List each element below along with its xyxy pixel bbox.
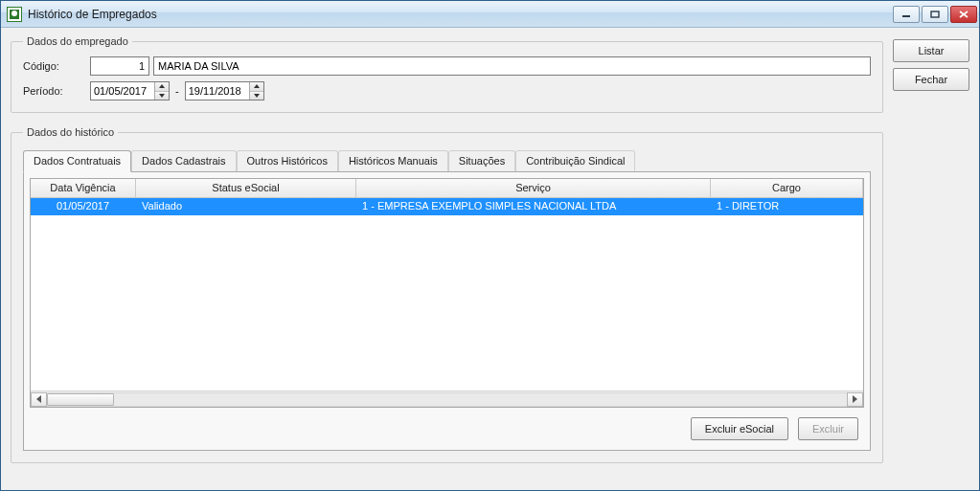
scroll-right-button[interactable] — [847, 392, 863, 407]
fechar-button[interactable]: Fechar — [893, 68, 969, 91]
table-row[interactable]: 01/05/2017 Validado 1 - EMPRESA EXEMPLO … — [31, 198, 863, 215]
periodo-separator: - — [175, 85, 179, 97]
maximize-button[interactable] — [922, 6, 948, 23]
minimize-icon — [901, 11, 911, 18]
app-icon — [7, 7, 22, 22]
tab-situacoes[interactable]: Situações — [448, 150, 515, 171]
col-header-status[interactable]: Status eSocial — [136, 179, 356, 197]
footer-buttons: Excluir eSocial Excluir — [30, 408, 864, 440]
close-icon — [959, 11, 969, 18]
chevron-up-icon — [159, 84, 165, 88]
svg-rect-1 — [931, 11, 939, 17]
scroll-thumb[interactable] — [47, 393, 114, 406]
window-frame: Histórico de Empregados Dados do emprega… — [0, 0, 980, 491]
tab-dados-cadastrais[interactable]: Dados Cadastrais — [131, 150, 236, 171]
label-periodo: Período: — [23, 85, 90, 97]
maximize-icon — [930, 11, 940, 18]
col-header-vigencia[interactable]: Data Vigência — [31, 179, 136, 197]
cell-servico: 1 - EMPRESA EXEMPLO SIMPLES NACIONAL LTD… — [356, 198, 711, 215]
col-header-servico[interactable]: Serviço — [356, 179, 711, 197]
window-title: Histórico de Empregados — [28, 8, 157, 21]
grid-header: Data Vigência Status eSocial Serviço Car… — [31, 179, 863, 198]
excluir-esocial-button[interactable]: Excluir eSocial — [691, 417, 788, 440]
listar-button[interactable]: Listar — [893, 39, 969, 62]
periodo-inicio-spin — [154, 82, 169, 100]
chevron-up-icon — [254, 84, 260, 88]
titlebar[interactable]: Histórico de Empregados — [1, 1, 979, 28]
side-column: Listar Fechar — [893, 35, 969, 480]
window-controls — [893, 6, 977, 23]
codigo-input[interactable] — [90, 56, 149, 76]
close-button[interactable] — [950, 6, 977, 23]
periodo-fim-input[interactable] — [186, 82, 249, 100]
row-codigo: Código: — [23, 56, 871, 76]
row-periodo: Período: - — [23, 81, 871, 100]
col-header-cargo[interactable]: Cargo — [711, 179, 863, 197]
grid-rows: 01/05/2017 Validado 1 - EMPRESA EXEMPLO … — [31, 198, 863, 391]
tabs-bar: Dados Contratuais Dados Cadastrais Outro… — [23, 149, 871, 172]
main-column: Dados do empregado Código: Período: — [11, 35, 883, 480]
client-area: Dados do empregado Código: Período: — [1, 28, 979, 490]
periodo-inicio-stepper[interactable] — [90, 81, 170, 100]
excluir-button: Excluir — [798, 417, 858, 440]
periodo-fim-up[interactable] — [250, 82, 263, 92]
chevron-down-icon — [159, 94, 165, 98]
periodo-fim-spin — [249, 82, 263, 100]
tab-outros-historicos[interactable]: Outros Históricos — [237, 150, 338, 171]
periodo-inicio-down[interactable] — [155, 92, 169, 100]
chevron-down-icon — [254, 94, 260, 98]
minimize-button[interactable] — [893, 6, 920, 23]
tab-historicos-manuais[interactable]: Históricos Manuais — [338, 150, 448, 171]
cell-status: Validado — [136, 198, 356, 215]
tab-dados-contratuais[interactable]: Dados Contratuais — [23, 150, 131, 172]
chevron-right-icon — [853, 395, 857, 403]
scroll-left-button[interactable] — [31, 392, 47, 407]
group-dados-empregado: Dados do empregado Código: Período: — [11, 35, 883, 113]
periodo-inicio-input[interactable] — [91, 82, 154, 100]
group-dados-historico: Dados do histórico Dados Contratuais Dad… — [11, 126, 883, 463]
tab-contribuicao-sindical[interactable]: Contribuição Sindical — [515, 150, 635, 171]
label-codigo: Código: — [23, 60, 90, 72]
svg-rect-0 — [902, 15, 910, 17]
periodo-fim-down[interactable] — [250, 92, 263, 100]
scroll-track[interactable] — [47, 392, 847, 407]
horizontal-scrollbar[interactable] — [31, 391, 863, 407]
legend-dados-historico: Dados do histórico — [23, 126, 118, 138]
tab-body: Data Vigência Status eSocial Serviço Car… — [23, 172, 871, 451]
cell-cargo: 1 - DIRETOR — [711, 198, 863, 215]
periodo-fim-stepper[interactable] — [185, 81, 264, 100]
legend-dados-empregado: Dados do empregado — [23, 35, 132, 47]
chevron-left-icon — [36, 395, 41, 403]
grid: Data Vigência Status eSocial Serviço Car… — [30, 178, 864, 408]
nome-input[interactable] — [153, 56, 871, 76]
periodo-inicio-up[interactable] — [155, 82, 169, 92]
cell-vigencia: 01/05/2017 — [31, 198, 136, 215]
